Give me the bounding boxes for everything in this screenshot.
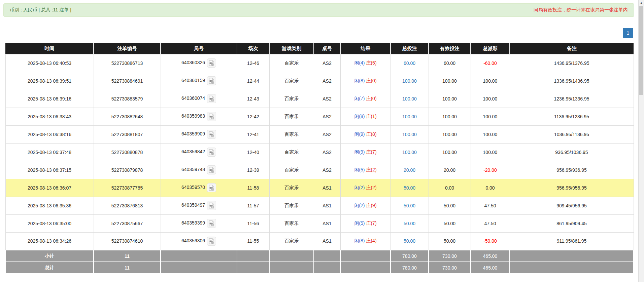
- video-file-icon: [209, 238, 214, 244]
- currency-summary-text: 币别 : 人民币 | 总共 :11 注单 |: [10, 7, 71, 13]
- video-file-icon: [209, 185, 214, 191]
- video-replay-button[interactable]: [207, 165, 216, 174]
- remark-cell: 1336.95/1436.95: [510, 72, 634, 90]
- summary-empty-cell: [237, 250, 269, 262]
- summary-empty-cell: [340, 262, 391, 274]
- remark-cell: 1136.95/1236.95: [510, 108, 634, 125]
- valid-bet-cell: 100.00: [429, 125, 471, 143]
- video-file-icon: [209, 113, 214, 120]
- total-bet-cell: 50.00: [391, 179, 429, 197]
- total-bet-link[interactable]: 100.00: [402, 96, 417, 102]
- table-no-cell: AS2: [314, 161, 340, 179]
- banker-result: 庄(2): [366, 167, 376, 172]
- remark-cell: 1036.95/1136.95: [510, 125, 634, 143]
- total-bet-link[interactable]: 100.00: [402, 150, 417, 155]
- total-bet-link[interactable]: 60.00: [404, 61, 415, 66]
- total-bet-link[interactable]: 50.00: [404, 185, 415, 191]
- summary-payout: 465.00: [471, 250, 510, 262]
- total-bet-link[interactable]: 50.00: [404, 203, 415, 208]
- table-no-cell: AS2: [314, 108, 340, 125]
- summary-count: 11: [94, 262, 161, 274]
- summary-count: 11: [94, 250, 161, 262]
- round-no-cell: 640360074: [161, 90, 237, 108]
- summary-empty-cell: [269, 250, 314, 262]
- scroll-up-arrow-icon[interactable]: ▲: [639, 0, 644, 6]
- video-replay-button[interactable]: [207, 201, 216, 210]
- banker-result: 庄(5): [366, 60, 376, 66]
- video-replay-button[interactable]: [207, 76, 216, 85]
- remark-cell: 956.95/936.95: [510, 161, 634, 179]
- valid-bet-cell: 20.00: [429, 161, 471, 179]
- summary-empty-cell: [314, 262, 340, 274]
- valid-bet-cell: 100.00: [429, 108, 471, 125]
- result-cell: 闲(8) 庄(1): [340, 108, 391, 125]
- bet-id-cell: 522730886713: [94, 54, 161, 72]
- pagination-page-1[interactable]: 1: [623, 28, 633, 38]
- summary-payout: 465.00: [471, 262, 510, 274]
- total-bet-link[interactable]: 100.00: [402, 114, 417, 119]
- video-file-icon: [209, 131, 214, 137]
- info-bar: 币别 : 人民币 | 总共 :11 注单 | 同局有效投注，统一计算在该局第一张…: [3, 3, 634, 17]
- valid-bet-notice: 同局有效投注，统一计算在该局第一张注单内: [534, 7, 628, 13]
- time-cell: 2025-08-13 06:40:53: [5, 54, 94, 72]
- banker-result: 庄(9): [366, 203, 376, 208]
- video-replay-button[interactable]: [207, 112, 216, 121]
- video-replay-button[interactable]: [207, 219, 216, 228]
- result-cell: 闲(2) 庄(9): [340, 197, 391, 214]
- total-bet-link[interactable]: 20.00: [404, 167, 415, 173]
- total-bet-cell: 60.00: [391, 54, 429, 72]
- total-bet-cell: 100.00: [391, 125, 429, 143]
- bet-id-cell: 522730883579: [94, 90, 161, 108]
- banker-result: 庄(8): [366, 131, 376, 137]
- total-bet-cell: 50.00: [391, 214, 429, 232]
- player-result: 闲(9): [354, 149, 365, 155]
- result-cell: 闲(4) 庄(5): [340, 54, 391, 72]
- payout-cell: 100.00: [471, 143, 510, 161]
- player-result: 闲(8): [354, 78, 365, 83]
- game-type-cell: 百家乐: [269, 108, 314, 125]
- time-cell: 2025-08-13 06:37:48: [5, 143, 94, 161]
- time-cell: 2025-08-13 06:38:16: [5, 125, 94, 143]
- video-replay-button[interactable]: [207, 148, 216, 157]
- scrollbar-thumb[interactable]: [639, 6, 643, 95]
- result-cell: 闲(2) 庄(2): [340, 179, 391, 197]
- session-cell: 12-46: [237, 54, 269, 72]
- video-file-icon: [209, 78, 214, 84]
- table-row: 2025-08-13 06:38:16 522730881807 6403599…: [5, 125, 634, 143]
- summary-empty-cell: [269, 262, 314, 274]
- remark-cell: 911.95/861.95: [510, 232, 634, 250]
- payout-cell: 0.00: [471, 179, 510, 197]
- table-no-cell: AS2: [314, 54, 340, 72]
- total-bet-link[interactable]: 100.00: [402, 132, 417, 137]
- scrollbar[interactable]: ▲: [638, 0, 644, 282]
- total-bet-link[interactable]: 50.00: [404, 238, 415, 244]
- session-cell: 12-42: [237, 108, 269, 125]
- table-no-cell: AS1: [314, 232, 340, 250]
- video-file-icon: [209, 149, 214, 155]
- table-no-cell: AS1: [314, 214, 340, 232]
- bet-id-cell: 522730874610: [94, 232, 161, 250]
- table-no-cell: AS1: [314, 179, 340, 197]
- game-type-cell: 百家乐: [269, 72, 314, 90]
- round-no-value: 640360074: [181, 95, 205, 101]
- video-replay-button[interactable]: [207, 183, 216, 192]
- remark-cell: 1436.95/1376.95: [510, 54, 634, 72]
- video-file-icon: [209, 220, 214, 227]
- video-replay-button[interactable]: [207, 130, 216, 139]
- total-bet-link[interactable]: 50.00: [404, 221, 415, 226]
- valid-bet-cell: 50.00: [429, 197, 471, 214]
- round-no-value: 640359983: [181, 113, 205, 119]
- table-row: 2025-08-13 06:38:43 522730882648 6403599…: [5, 108, 634, 125]
- video-replay-button[interactable]: [207, 58, 216, 68]
- column-header-valid_bet: 有效投注: [429, 43, 471, 54]
- table-no-cell: AS2: [314, 143, 340, 161]
- round-no-cell: 640359399: [161, 214, 237, 232]
- time-cell: 2025-08-13 06:35:36: [5, 197, 94, 214]
- game-type-cell: 百家乐: [269, 143, 314, 161]
- video-replay-button[interactable]: [207, 237, 216, 246]
- video-replay-button[interactable]: [207, 94, 216, 103]
- total-bet-cell: 100.00: [391, 72, 429, 90]
- total-bet-link[interactable]: 100.00: [402, 78, 417, 84]
- valid-bet-cell: 100.00: [429, 72, 471, 90]
- remark-cell: 936.95/1036.95: [510, 143, 634, 161]
